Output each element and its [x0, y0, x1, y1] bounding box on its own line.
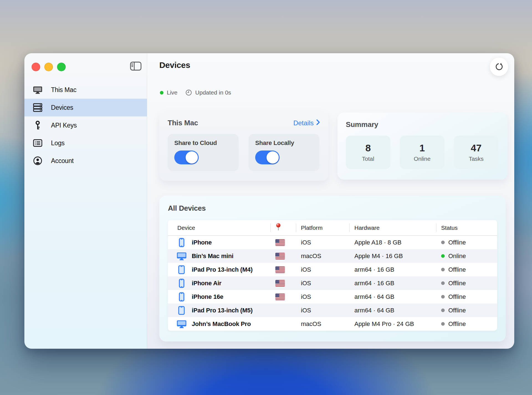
column-header-platform: Platform — [296, 220, 349, 235]
app-window: This MacDevicesAPI KeysLogsAccount Devic… — [24, 53, 514, 349]
status-bar: Live Updated in 0s — [160, 89, 231, 96]
page-title: Devices — [159, 60, 190, 70]
table-row[interactable]: iPhone AiriOSarm64 · 16 GBOffline — [168, 276, 497, 290]
platform-cell: iOS — [296, 280, 349, 287]
device-cell: Bin’s Mac mini — [168, 252, 270, 260]
status-cell: Offline — [436, 307, 497, 314]
table-row[interactable]: iPad Pro 13-inch (M4)iOSarm64 · 16 GBOff… — [168, 263, 497, 276]
hardware-cell: arm64 · 16 GB — [349, 280, 436, 287]
us-flag-icon — [275, 280, 285, 287]
ipad-icon — [176, 306, 187, 315]
status-cell: Offline — [436, 293, 497, 300]
refresh-icon — [494, 62, 504, 72]
stat-label: Online — [414, 156, 431, 162]
device-cell: iPad Pro 13-inch (M4) — [168, 265, 270, 274]
hardware-cell: Apple M4 · 16 GB — [349, 253, 436, 260]
device-name: iPhone Air — [192, 280, 221, 287]
share-to-cloud-toggle[interactable] — [174, 151, 199, 164]
column-header-device: Device — [168, 220, 270, 235]
stat-online: 1Online — [400, 136, 444, 169]
all-devices-card: All Devices Device Platform Hardware Sta… — [159, 196, 506, 342]
device-cell: iPhone Air — [168, 279, 270, 288]
hardware-cell: Apple A18 · 8 GB — [349, 239, 436, 246]
location-cell — [270, 294, 296, 300]
iphone-icon — [176, 238, 187, 247]
toggle-row: Share to CloudShare Locally — [168, 134, 320, 171]
sidebar-item-account[interactable]: Account — [24, 152, 147, 170]
updated-label: Updated in 0s — [195, 89, 231, 96]
iphone-icon — [176, 279, 187, 288]
share-locally-toggle[interactable] — [255, 151, 280, 164]
platform-cell: iOS — [296, 307, 349, 314]
status-cell: Offline — [436, 320, 497, 328]
status-dot — [441, 309, 445, 312]
table-row[interactable]: John’s MacBook PromacOSApple M4 Pro · 24… — [168, 317, 497, 331]
device-name: iPad Pro 13-inch (M4) — [192, 266, 253, 273]
us-flag-icon — [275, 239, 285, 246]
stat-value: 1 — [420, 142, 425, 154]
logs-icon — [32, 139, 44, 147]
hardware-cell: arm64 · 16 GB — [349, 266, 436, 273]
device-cell: iPad Pro 13-inch (M5) — [168, 306, 270, 315]
sidebar-toggle-button[interactable] — [130, 62, 142, 72]
status-cell: Offline — [436, 239, 497, 246]
sidebar-item-logs[interactable]: Logs — [24, 134, 147, 152]
account-icon — [32, 156, 44, 165]
table-row[interactable]: iPhoneiOSApple A18 · 8 GBOffline — [168, 236, 497, 249]
us-flag-icon — [275, 266, 285, 273]
zoom-button[interactable] — [57, 63, 66, 71]
device-name: John’s MacBook Pro — [192, 320, 251, 328]
status-dot — [441, 322, 445, 326]
sidebar-item-label: Logs — [51, 139, 65, 147]
sidebar-item-this-mac[interactable]: This Mac — [24, 81, 147, 99]
share-locally-label: Share Locally — [255, 139, 294, 146]
details-link[interactable]: Details — [293, 119, 320, 127]
stat-label: Tasks — [469, 156, 484, 162]
stat-value: 8 — [365, 142, 371, 154]
devices-table: Device Platform Hardware Status iPhoneiO… — [168, 220, 497, 331]
table-row[interactable]: iPad Pro 13-inch (M5)iOSarm64 · 64 GBOff… — [168, 304, 497, 317]
ipad-icon — [176, 265, 187, 274]
status-cell: Offline — [436, 266, 497, 273]
device-cell: iPhone 16e — [168, 292, 270, 302]
platform-cell: iOS — [296, 266, 349, 273]
device-name: iPhone 16e — [192, 293, 223, 300]
hardware-cell: arm64 · 64 GB — [349, 293, 436, 300]
status-label: Offline — [448, 320, 466, 328]
status-cell: Offline — [436, 280, 497, 287]
stat-tasks: 47Tasks — [454, 136, 498, 169]
window-controls — [32, 63, 66, 71]
sidebar-item-api-keys[interactable]: API Keys — [24, 116, 147, 134]
sidebar-item-devices[interactable]: Devices — [24, 99, 147, 116]
summary-card-title: Summary — [346, 120, 499, 129]
cards-row: This Mac Details Share to CloudShare Loc… — [159, 111, 508, 181]
stat-value: 47 — [471, 142, 482, 154]
location-cell — [270, 253, 296, 259]
stat-label: Total — [362, 156, 374, 162]
desktop-icon — [32, 86, 44, 94]
status-label: Online — [448, 253, 466, 260]
table-row[interactable]: iPhone 16eiOSarm64 · 64 GBOffline — [168, 290, 497, 304]
sidebar: This MacDevicesAPI KeysLogsAccount — [24, 53, 147, 349]
table-row[interactable]: Bin’s Mac minimacOSApple M4 · 16 GBOnlin… — [168, 249, 497, 263]
summary-card: Summary 8Total1Online47Tasks — [337, 113, 508, 180]
sidebar-item-label: This Mac — [51, 86, 76, 94]
live-status-dot — [160, 91, 163, 95]
status-dot — [441, 295, 445, 299]
minimize-button[interactable] — [44, 63, 53, 71]
us-flag-icon — [275, 253, 285, 259]
status-label: Offline — [448, 293, 466, 300]
platform-cell: macOS — [296, 253, 349, 260]
sidebar-item-label: Account — [51, 157, 74, 165]
sidebar-item-label: Devices — [51, 104, 73, 111]
refresh-button[interactable] — [490, 58, 508, 76]
location-cell — [270, 266, 296, 273]
us-flag-icon — [275, 294, 285, 300]
location-cell — [270, 239, 296, 246]
close-button[interactable] — [32, 63, 40, 71]
status-cell: Online — [436, 253, 497, 260]
summary-stats: 8Total1Online47Tasks — [346, 136, 499, 169]
device-name: iPhone — [192, 239, 212, 246]
round-pushpin-icon — [275, 223, 281, 233]
status-label: Offline — [448, 280, 466, 287]
